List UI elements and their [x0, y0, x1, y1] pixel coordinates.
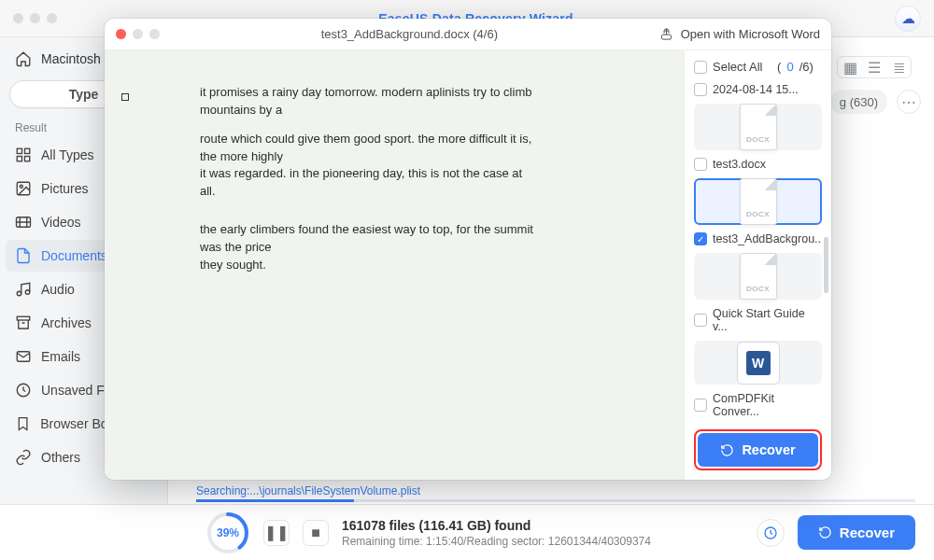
filter-chip-label: g (630) — [840, 95, 878, 109]
open-with-label: Open with Microsoft Word — [681, 27, 820, 41]
history-button[interactable] — [757, 519, 785, 547]
preview-line: the early climbers found the easiest way… — [200, 221, 536, 257]
sidebar-item-label: Audio — [41, 282, 75, 297]
svg-rect-3 — [25, 157, 30, 161]
recover-button-label: Recover — [840, 525, 895, 540]
docx-thumb-icon: DOCX — [740, 253, 777, 300]
window-controls[interactable] — [13, 13, 57, 23]
docx-thumb-icon: DOCX — [740, 178, 777, 225]
link-icon — [15, 449, 32, 466]
svg-point-7 — [17, 291, 21, 296]
view-mode-toggle[interactable]: ▦ ☰ ≣ — [837, 56, 912, 78]
cloud-account-icon[interactable]: ☁︎ — [895, 6, 921, 32]
svg-rect-9 — [17, 316, 30, 320]
file-name: ComPDFKit Conver... — [713, 392, 822, 418]
file-name: test3_AddBackgrou... — [713, 232, 822, 245]
sidebar-item-label: Videos — [41, 215, 81, 230]
file-thumb[interactable]: DOCX — [694, 253, 822, 300]
file-checkbox[interactable] — [694, 399, 707, 412]
file-name: test3.docx — [713, 158, 766, 171]
preview-line: it was regarded. in the pioneering day, … — [200, 165, 536, 201]
file-checkbox[interactable] — [694, 83, 707, 96]
select-all-selected-count: 0 — [786, 60, 793, 74]
files-found-label: 161078 files (116.41 GB) found — [342, 518, 651, 533]
detail-view-icon[interactable]: ≣ — [886, 57, 911, 77]
home-icon — [15, 50, 32, 67]
file-name: Quick Start Guide v... — [713, 307, 822, 333]
image-icon — [15, 180, 32, 197]
remaining-time-label: Remaining time: 1:15:40/Reading sector: … — [342, 535, 651, 548]
film-icon — [15, 214, 32, 231]
dialog-zoom-dot[interactable] — [149, 29, 160, 39]
pause-button[interactable]: ❚❚ — [263, 520, 290, 546]
filter-chip[interactable]: g (630) — [830, 90, 887, 114]
file-checkbox[interactable] — [694, 314, 707, 327]
svg-point-5 — [20, 185, 22, 188]
minimize-dot[interactable] — [30, 13, 40, 23]
select-all-total: /6) — [800, 60, 814, 74]
file-row[interactable]: 2024-08-14 15... — [694, 83, 822, 96]
recover-button-main[interactable]: Recover — [798, 515, 915, 550]
file-list[interactable]: 2024-08-14 15... DOCX test3.docx DOCX te… — [694, 83, 822, 418]
file-row[interactable]: test3_AddBackgrou... — [694, 232, 822, 245]
sidebar-item-label: Documents — [41, 248, 107, 263]
preview-dialog: test3_AddBackground.docx (4/6) Open with… — [105, 19, 831, 480]
file-name: 2024-08-14 15... — [713, 83, 799, 96]
grid-icon — [15, 147, 32, 163]
file-thumb-selected[interactable]: DOCX — [694, 178, 822, 225]
docx-thumb-icon: DOCX — [740, 104, 777, 150]
zoom-dot[interactable] — [47, 13, 57, 23]
preview-pane: it promises a rainy day tomorrow. modern… — [105, 50, 684, 480]
stop-button[interactable]: ■ — [303, 520, 329, 546]
dialog-min-dot[interactable] — [133, 29, 143, 39]
file-thumb[interactable]: DOCX — [694, 104, 822, 150]
svg-rect-2 — [17, 157, 21, 161]
dialog-title: test3_AddBackground.docx (4/6) — [160, 27, 659, 41]
svg-rect-15 — [661, 35, 671, 39]
dialog-window-controls[interactable] — [116, 29, 160, 39]
svg-rect-0 — [17, 148, 21, 153]
svg-rect-1 — [25, 148, 30, 153]
dialog-close-dot[interactable] — [116, 29, 126, 39]
file-row[interactable]: ComPDFKit Conver... — [694, 392, 822, 418]
file-row[interactable]: test3.docx — [694, 158, 822, 171]
preview-line: it promises a rainy day tomorrow. modern… — [200, 84, 536, 119]
scan-progress-bar — [196, 499, 915, 502]
preview-text: it promises a rainy day tomorrow. modern… — [200, 84, 536, 274]
file-list-pane: Select All (0/6) 2024-08-14 15... DOCX t… — [684, 50, 831, 480]
clock-icon — [15, 382, 32, 399]
progress-percent: 39% — [205, 511, 250, 555]
file-row[interactable]: Quick Start Guide v... — [694, 307, 822, 333]
sidebar-item-label: Others — [41, 450, 80, 465]
dialog-titlebar: test3_AddBackground.docx (4/6) Open with… — [105, 19, 831, 50]
close-dot[interactable] — [13, 13, 23, 23]
sidebar-item-label: All Types — [41, 147, 94, 162]
select-all-checkbox[interactable] — [694, 61, 707, 74]
select-all-paren: ( — [777, 60, 781, 74]
scrollbar-thumb[interactable] — [824, 237, 828, 293]
share-icon — [659, 27, 673, 41]
list-view-icon[interactable]: ☰ — [862, 57, 886, 77]
grid-view-icon[interactable]: ▦ — [838, 57, 862, 77]
select-all-label: Select All — [713, 60, 762, 74]
file-checkbox-checked[interactable] — [694, 232, 707, 245]
progress-ring: 39% — [205, 511, 250, 555]
bookmark-icon — [15, 415, 31, 432]
recover-button-label: Recover — [742, 442, 795, 457]
mail-icon — [15, 348, 32, 365]
word-app-icon: W — [737, 342, 780, 385]
preview-line: they sought. — [200, 257, 536, 274]
status-bar: Searching:...\journals\FileSystemVolume.… — [0, 504, 934, 560]
select-all-row[interactable]: Select All (0/6) — [694, 58, 822, 77]
music-icon — [15, 281, 32, 298]
more-options-button[interactable]: ⋯ — [897, 90, 921, 114]
sidebar-item-label: Emails — [41, 349, 80, 364]
recover-button-dialog[interactable]: Recover — [698, 433, 818, 467]
recover-button-highlight: Recover — [694, 429, 822, 470]
file-checkbox[interactable] — [694, 158, 707, 171]
svg-point-8 — [25, 290, 30, 295]
page-marker-icon — [121, 93, 129, 101]
file-thumb[interactable]: W — [694, 341, 822, 385]
sidebar-item-label: Archives — [41, 315, 92, 330]
open-with-button[interactable]: Open with Microsoft Word — [659, 27, 820, 41]
